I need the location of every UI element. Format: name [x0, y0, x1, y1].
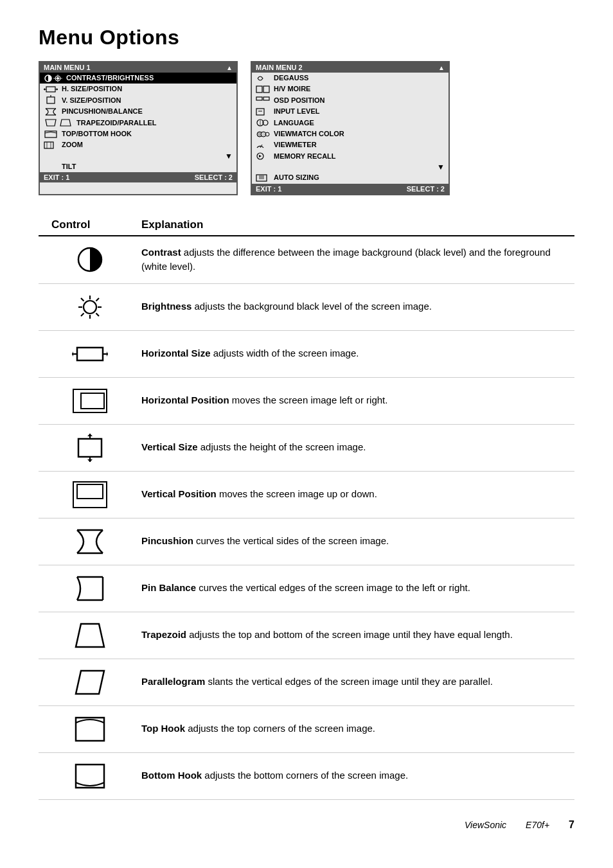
menu2-item-6[interactable]: VIEWMETER	[252, 139, 449, 150]
svg-marker-68	[76, 671, 104, 694]
menu2-item-label-1: H/V MOIRE	[274, 84, 310, 94]
trapezoid-icon-menu	[44, 119, 73, 127]
menu1-item-4[interactable]: TRAPEZOID/PARALLEL	[40, 118, 236, 128]
menu1-item-label-3: PINCUSHION/BALANCE	[62, 107, 143, 116]
vsize-desc: Vertical Size adjusts the height of the …	[141, 440, 574, 455]
menu2-item-5[interactable]: VIEWMATCH COLOR	[252, 128, 449, 139]
menu2-item-label-4: LANGUAGE	[274, 118, 314, 128]
contrast-icon	[44, 75, 62, 82]
svg-marker-67	[76, 624, 104, 647]
tophook-desc: Top Hook adjusts the top corners of the …	[141, 722, 574, 736]
main-menu-2: MAIN MENU 2 ▲ DEGAUSS H/V MOIRE OSD POSI…	[251, 61, 450, 195]
menu1-item-7[interactable]: TILT	[40, 161, 236, 172]
menu2-item-label-6: VIEWMETER	[274, 140, 317, 150]
viewmatchcolor-icon	[256, 130, 270, 138]
bottomhook-icon-cell	[39, 762, 141, 790]
menu2-item-3[interactable]: INPUT LEVEL	[252, 106, 449, 117]
menu2-header: MAIN MENU 2 ▲	[252, 62, 449, 73]
table-row: Bottom Hook adjusts the bottom corners o…	[39, 753, 574, 800]
bottomhook-icon	[72, 762, 108, 790]
svg-marker-51	[72, 351, 73, 357]
svg-rect-20	[256, 86, 262, 93]
menu2-item-8[interactable]: AUTO SIZING	[252, 172, 449, 183]
menu1-item-label-6: ZOOM	[62, 140, 83, 150]
table-row: Brightness adjusts the background black …	[39, 284, 574, 331]
svg-rect-61	[77, 484, 103, 499]
menu2-item-label-7: MEMORY RECALL	[274, 152, 336, 161]
svg-rect-22	[256, 97, 262, 100]
svg-line-46	[96, 298, 100, 301]
menu1-item-6[interactable]: ZOOM	[40, 139, 236, 150]
table-row: Trapezoid adjusts the top and bottom of …	[39, 612, 574, 659]
menu1-item-label-7: TILT	[62, 162, 76, 172]
control-column-header: Control	[39, 218, 141, 231]
svg-line-44	[81, 298, 84, 301]
svg-rect-60	[73, 482, 107, 508]
menu1-item-label-5: TOP/BOTTOM HOOK	[62, 129, 132, 139]
parallelogram-icon	[72, 668, 108, 696]
brightness-desc: Brightness adjusts the background black …	[141, 299, 574, 314]
parallelogram-icon-cell	[39, 668, 141, 696]
svg-rect-34	[256, 175, 267, 181]
footer-page: 7	[569, 819, 574, 831]
hsize-icon-menu	[44, 85, 58, 93]
table-row: Top Hook adjusts the top corners of the …	[39, 706, 574, 753]
degauss-icon	[256, 75, 270, 82]
osdpos-icon	[256, 96, 270, 104]
menu2-item-0[interactable]: DEGAUSS	[252, 73, 449, 84]
hpos-icon-cell	[39, 387, 141, 415]
svg-marker-8	[44, 88, 45, 91]
svg-marker-15	[60, 120, 71, 126]
menu2-item-label-0: DEGAUSS	[274, 73, 308, 83]
svg-rect-21	[263, 86, 269, 93]
zoom-icon-menu	[44, 141, 58, 149]
vsize-icon	[72, 434, 108, 462]
main-menu-1: MAIN MENU 1 ▲ CONTRAST/BRIGHTNESS H. SIZ…	[39, 61, 238, 195]
menu2-item-4[interactable]: LANGUAGE	[252, 118, 449, 128]
svg-marker-59	[87, 459, 93, 462]
menu1-item-5[interactable]: TOP/BOTTOM HOOK	[40, 128, 236, 139]
menu1-item-label-1: H. SIZE/POSITION	[62, 84, 122, 94]
svg-rect-54	[81, 393, 104, 409]
inputlevel-icon	[256, 108, 270, 116]
footer-model: E70f+	[526, 820, 549, 830]
menu1-item-label-0: CONTRAST/BRIGHTNESS	[66, 73, 154, 83]
viewmeter-icon	[256, 141, 270, 149]
vsize-icon-menu	[44, 96, 58, 104]
menu2-arrow-down: ▼	[252, 162, 449, 172]
vpos-desc: Vertical Position moves the screen image…	[141, 487, 574, 502]
contrast-icon	[72, 245, 108, 274]
bottomhook-desc: Bottom Hook adjusts the bottom corners o…	[141, 768, 574, 783]
svg-marker-14	[46, 120, 56, 126]
memoryrecall-icon	[256, 152, 270, 160]
hvmoire-icon	[256, 85, 270, 93]
hsize-icon-cell	[39, 340, 141, 368]
table-row: Parallelogram slants the vertical edges …	[39, 659, 574, 706]
menu1-item-2[interactable]: V. SIZE/POSITION	[40, 95, 236, 106]
table-row: Pincushion curves the vertical sides of …	[39, 518, 574, 565]
tophook-icon	[72, 715, 108, 743]
controls-table: Contrast adjusts the difference between …	[39, 236, 574, 800]
menu2-item-label-5: VIEWMATCH COLOR	[274, 129, 344, 139]
pincushion-icon-menu	[44, 108, 58, 116]
table-row: Contrast adjusts the difference between …	[39, 236, 574, 284]
menu1-item-label-4: TRAPEZOID/PARALLEL	[76, 118, 156, 128]
menu2-item-1[interactable]: H/V MOIRE	[252, 84, 449, 94]
pincushion-icon-cell	[39, 527, 141, 556]
menu2-item-label-2: OSD POSITION	[274, 96, 324, 105]
pincushion-icon	[72, 527, 108, 556]
menu1-item-3[interactable]: PINCUSHION/BALANCE	[40, 106, 236, 117]
footer-brand: ViewSonic	[465, 820, 506, 830]
menu1-item-0[interactable]: CONTRAST/BRIGHTNESS	[40, 73, 236, 84]
menu1-item-1[interactable]: H. SIZE/POSITION	[40, 84, 236, 94]
menu1-footer: EXIT : 1 SELECT : 2	[40, 172, 236, 182]
menu2-item-2[interactable]: OSD POSITION	[252, 95, 449, 106]
menu2-item-label-3: INPUT LEVEL	[274, 107, 320, 116]
column-headers: Control Explanation	[39, 213, 574, 236]
table-row: Vertical Size adjusts the height of the …	[39, 425, 574, 472]
table-row: Horizontal Size adjusts width of the scr…	[39, 331, 574, 378]
hsize-icon	[72, 340, 108, 368]
menu2-item-7[interactable]: MEMORY RECALL	[252, 151, 449, 162]
hsize-desc: Horizontal Size adjusts width of the scr…	[141, 346, 574, 361]
trapezoid-icon-cell	[39, 621, 141, 650]
